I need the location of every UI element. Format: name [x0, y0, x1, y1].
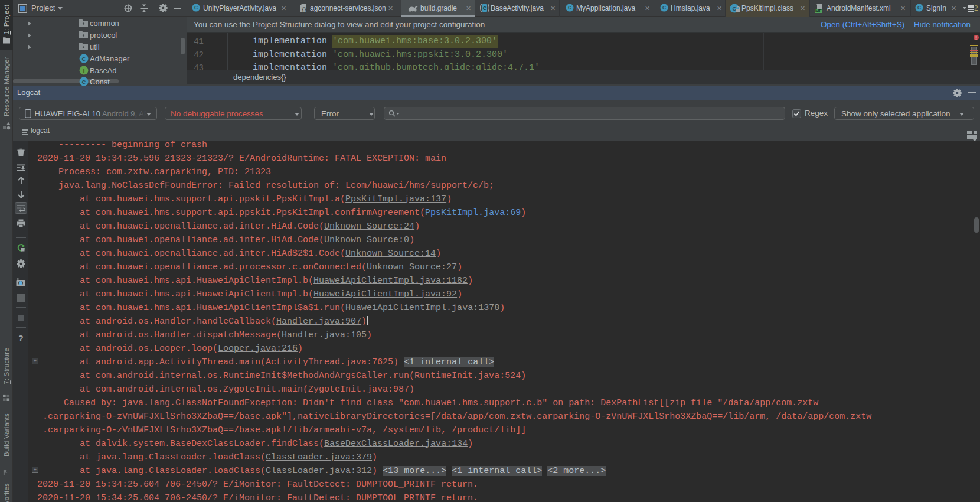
svg-text:C: C — [568, 5, 571, 11]
svg-text:C: C — [82, 79, 86, 85]
svg-text:{}: {} — [302, 6, 306, 12]
svg-text:C: C — [483, 5, 487, 11]
svg-text:MF: MF — [815, 8, 822, 13]
svg-text:C: C — [917, 5, 921, 11]
svg-text:C: C — [82, 56, 86, 62]
svg-text:C: C — [733, 5, 737, 12]
svg-text:C: C — [662, 5, 666, 11]
svg-text:C: C — [194, 5, 198, 11]
svg-text:I: I — [83, 67, 85, 74]
